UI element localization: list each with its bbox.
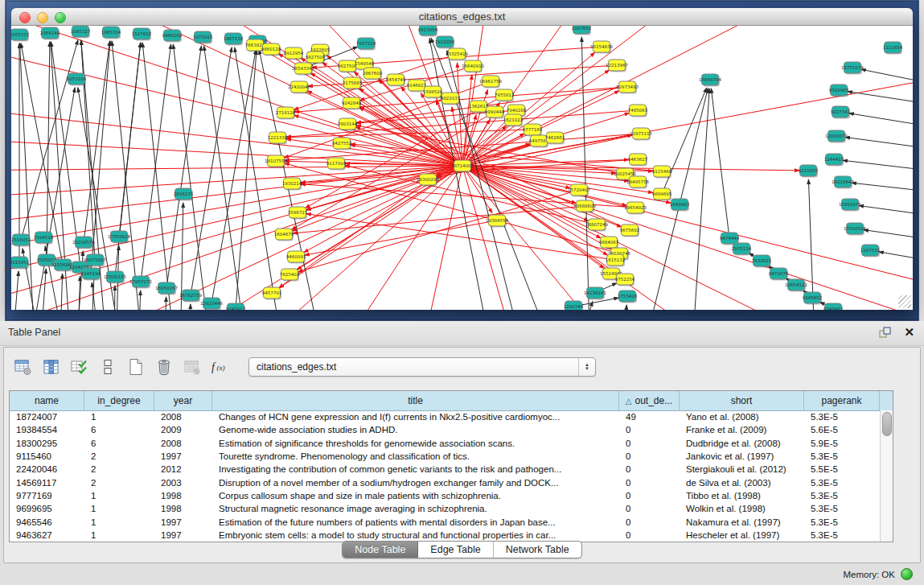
close-window-button[interactable] <box>19 12 31 23</box>
network-edge[interactable] <box>47 42 50 260</box>
network-edge[interactable] <box>306 214 615 260</box>
network-node[interactable]: 9752254 <box>615 274 635 286</box>
network-edge[interactable] <box>711 89 729 238</box>
network-edge[interactable] <box>142 43 176 310</box>
table-row[interactable]: 977716911998Corpus callosum shape and si… <box>10 489 881 502</box>
network-node[interactable]: 7462661 <box>545 132 565 145</box>
network-node[interactable]: 12975115 <box>630 128 652 141</box>
network-node[interactable]: 13505135 <box>104 271 126 284</box>
network-node[interactable]: 9457791 <box>262 287 282 300</box>
network-edge[interactable] <box>166 46 201 288</box>
network-node[interactable]: 22420046 <box>288 81 310 94</box>
network-edge[interactable] <box>141 44 171 282</box>
network-canvas[interactable]: 2055372206914010853271065324152760284661… <box>11 26 913 310</box>
network-node[interactable]: 14136141 <box>584 287 606 300</box>
network-node[interactable]: 2516051 <box>11 234 31 247</box>
network-node[interactable]: 2935114 <box>732 243 752 256</box>
table-row[interactable]: 2242004622012Investigating the contribut… <box>10 463 881 476</box>
network-node[interactable]: 12923446 <box>200 298 223 310</box>
network-node[interactable]: 1111654 <box>883 42 903 55</box>
network-node[interactable]: 9463627 <box>628 154 648 167</box>
network-node[interactable]: 10688609 <box>573 200 596 213</box>
function-builder-icon[interactable]: f (x) <box>211 358 230 376</box>
network-edge[interactable] <box>852 183 913 193</box>
network-node[interactable]: 9675692 <box>620 225 640 237</box>
network-node[interactable]: 8427552 <box>332 138 352 150</box>
network-node[interactable]: 15720407 <box>568 184 590 197</box>
network-node[interactable]: 7825402 <box>280 269 300 282</box>
network-node[interactable]: 9245652 <box>803 292 823 305</box>
window-titlebar[interactable]: citations_edges.txt <box>11 8 913 26</box>
table-settings-icon[interactable] <box>14 358 33 376</box>
network-node[interactable]: 3175685 <box>343 77 363 90</box>
network-node[interactable]: 9899695 <box>652 188 672 201</box>
network-edge[interactable] <box>864 230 913 241</box>
column-header-title[interactable]: title <box>212 391 619 410</box>
minimize-window-button[interactable] <box>37 12 48 23</box>
network-edge[interactable] <box>462 26 832 166</box>
network-node[interactable]: 9329965 <box>829 84 849 97</box>
network-node[interactable]: 9115460 <box>652 166 672 179</box>
column-header-year[interactable]: year <box>154 391 212 410</box>
network-node[interactable]: 1145194 <box>81 268 101 281</box>
float-panel-icon[interactable] <box>878 326 893 339</box>
network-node[interactable]: 9345661 <box>823 303 844 310</box>
network-node[interactable]: 17359924 <box>108 231 130 244</box>
network-node[interactable]: 18107554 <box>265 155 287 168</box>
network-node[interactable]: 2803144 <box>338 118 358 131</box>
column-header-out-de-[interactable]: △out_de... <box>619 391 680 410</box>
network-node[interactable]: 16210643 <box>832 176 854 189</box>
network-edge[interactable] <box>293 206 585 233</box>
network-edge[interactable] <box>581 37 590 310</box>
network-node[interactable]: 10973493 <box>616 81 639 94</box>
network-node[interactable]: 1594516 <box>34 232 54 245</box>
network-node[interactable]: 2069140 <box>40 27 60 40</box>
table-row[interactable]: 1938455462009Genome-wide association stu… <box>10 423 881 436</box>
network-node[interactable]: 13325419 <box>446 48 468 61</box>
network-edge[interactable] <box>879 252 913 263</box>
network-edge[interactable] <box>211 50 256 303</box>
network-node[interactable]: 8912954 <box>284 47 304 60</box>
network-node[interactable]: 1244415 <box>824 154 844 167</box>
table-row[interactable]: 1456911722003Disruption of a novel membe… <box>10 476 881 488</box>
network-node[interactable]: 16543342 <box>292 63 314 76</box>
network-node[interactable]: 2053108 <box>67 73 87 86</box>
network-node[interactable]: 16782759 <box>179 290 202 303</box>
network-edge[interactable] <box>11 166 462 227</box>
network-node[interactable]: 1085327 <box>71 26 91 39</box>
network-node[interactable]: 1292344 <box>564 301 584 310</box>
table-row[interactable]: 1872400712008Changes of HCN gene express… <box>10 410 881 423</box>
network-node[interactable]: 9117004 <box>326 158 347 171</box>
network-edge[interactable] <box>190 304 191 310</box>
close-panel-icon[interactable]: ✕ <box>904 326 914 339</box>
network-node[interactable]: 1065324 <box>101 27 121 39</box>
column-header-short[interactable]: short <box>680 391 804 410</box>
network-node[interactable]: 16640910 <box>462 60 484 73</box>
table-column-icon[interactable] <box>42 358 61 376</box>
network-node[interactable]: 10654112 <box>785 279 807 292</box>
network-node[interactable]: 18300295 <box>417 174 439 187</box>
network-node[interactable]: 9777169 <box>523 124 543 137</box>
network-node[interactable]: 7955812 <box>495 89 515 102</box>
network-node[interactable]: 1621022 <box>503 114 524 127</box>
network-node[interactable]: 7632621 <box>752 255 772 268</box>
table-row[interactable]: 911546021997Tourette syndrome. Phenomeno… <box>10 450 881 463</box>
table-scrollbar-thumb[interactable] <box>882 412 892 436</box>
network-node[interactable]: 17016504 <box>844 223 866 236</box>
network-node[interactable]: 8215955 <box>799 165 819 178</box>
network-node[interactable]: 1527602 <box>132 28 152 41</box>
network-edge[interactable] <box>20 43 35 310</box>
panel-collapse-arrow[interactable]: ▸ <box>5 266 8 273</box>
network-node[interactable]: 7957224 <box>356 38 376 51</box>
network-edge[interactable] <box>845 137 913 150</box>
tab-node-table[interactable]: Node Table <box>343 542 418 558</box>
network-node[interactable]: 7485063 <box>628 105 648 117</box>
column-header-name[interactable]: name <box>10 391 84 410</box>
table-row[interactable]: 946362711997Embryonic stem cells: a mode… <box>10 529 881 542</box>
table-scrollbar[interactable] <box>880 410 893 542</box>
network-node[interactable]: 1107531 <box>860 245 881 257</box>
network-node[interactable]: 1467138 <box>224 33 244 46</box>
network-edge[interactable] <box>462 166 589 221</box>
network-node[interactable]: 1071915 <box>193 31 213 44</box>
network-node[interactable]: 8466160 <box>162 30 183 43</box>
